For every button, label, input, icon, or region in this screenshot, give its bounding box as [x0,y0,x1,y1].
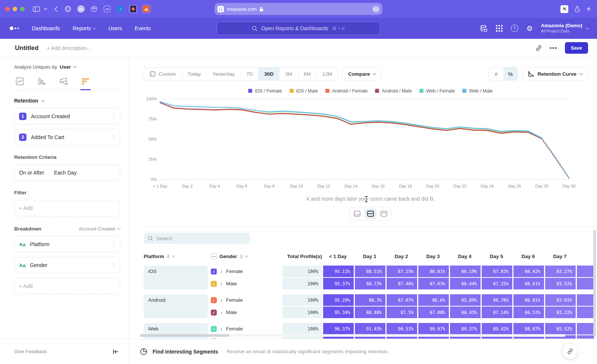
new-tab-icon[interactable]: + [586,5,591,13]
split-view-toggle[interactable] [365,208,376,219]
day-column-header[interactable]: Day 7 [544,254,576,259]
horizontal-scrollbar[interactable] [140,334,565,337]
retention-criteria-select[interactable]: On or After Each Day [14,164,120,181]
kebab-menu-icon[interactable]: ⋮ [111,115,115,118]
expand-chevron-icon[interactable]: › [221,269,222,274]
table-search-input[interactable]: Search [144,233,250,244]
url-more-icon[interactable]: ••• [372,6,379,13]
kebab-menu-icon[interactable]: ⋮ [111,243,115,246]
range-6m[interactable]: 6M [298,68,316,80]
day-column-header[interactable]: Day 4 [449,254,481,259]
legend-item[interactable]: iOS / Female [248,88,282,94]
expand-chevron-icon[interactable]: › [221,326,222,332]
percent-toggle[interactable]: % [503,68,518,80]
table-only-view-toggle[interactable] [378,208,390,219]
legend-item[interactable]: Web / Male [462,88,493,94]
give-feedback-link[interactable]: Give Feedback [14,349,47,354]
close-window-button[interactable] [5,7,10,11]
legend-item[interactable]: Web / Female [419,88,455,94]
day-column-header[interactable]: < 1 Day [322,254,354,259]
day-column-header[interactable]: Day 6 [512,254,544,259]
segment-checkbox[interactable]: ✓ [211,269,217,274]
apps-grid-icon[interactable] [496,25,503,32]
chart-only-view-toggle[interactable] [351,208,363,219]
day-column-header[interactable]: Day 5 [481,254,512,259]
minimize-window-button[interactable] [13,7,17,11]
password-extension-icon[interactable] [129,4,138,13]
range-12m[interactable]: 12M [316,68,338,80]
nav-link-dashboards[interactable]: Dashboards [32,25,60,31]
range-3m[interactable]: 3M [279,68,298,80]
more-options-icon[interactable]: ••• [550,44,557,52]
range-custom[interactable]: Custom [144,68,182,80]
day-column-header[interactable]: Day 3 [417,254,449,259]
breakdown-scope-select[interactable]: Account Created [79,226,120,232]
zoom-window-button[interactable] [20,7,25,11]
globe-extension-icon[interactable]: ◔ [116,4,125,13]
segment-checkbox[interactable]: ✓ [211,310,217,316]
indeterminate-checkbox[interactable]: — [211,253,217,259]
tab-funnels[interactable] [37,77,46,85]
range-30d[interactable]: 30D [258,68,279,80]
retention-step-1[interactable]: 1 Account Created ⋮ [14,108,120,125]
project-switcher[interactable]: Amazonia {Demo} All Project Data [541,23,589,34]
chart-type-select[interactable]: Retention Curve [522,67,588,81]
tab-flows[interactable] [59,77,68,85]
mixpanel-logo[interactable] [10,26,19,30]
range-7d[interactable]: 7D [240,68,258,80]
legend-item[interactable]: Android / Male [375,88,412,94]
criteria-value[interactable]: Each Day [54,170,77,176]
global-search[interactable]: Open Reports & Dashboards ⌘ + K [217,22,380,35]
absolute-numbers-toggle[interactable]: # [489,68,503,80]
sidebar-toggle-icon[interactable] [33,6,40,12]
total-profiles-column-header[interactable]: Total Profile(s) [282,254,322,259]
segment-checkbox[interactable]: ✓ [211,281,217,287]
legend-item[interactable]: Android / Female [325,88,368,94]
kebab-menu-icon[interactable]: ⋮ [111,264,115,267]
cube-extension-icon[interactable] [90,4,99,13]
target-extension-icon[interactable] [63,4,72,13]
retention-step-2[interactable]: 2 Added To Cart ⋮ [14,129,120,145]
gender-column-header[interactable]: — Gender3 [211,253,282,259]
expand-chevron-icon[interactable]: › [221,298,222,303]
vertical-scrollbar[interactable] [593,230,596,336]
js-extension-icon[interactable]: JS [103,4,112,13]
segment-checkbox[interactable]: ✓ [211,326,217,332]
soundcloud-extension-icon[interactable] [142,4,151,13]
avatar-extension-icon[interactable]: m [76,4,85,13]
day-column-header[interactable]: Day 2 [385,254,417,259]
retention-section-title[interactable]: Retention [14,98,38,104]
help-icon[interactable]: ? [511,25,518,32]
range-today[interactable]: Today [182,68,207,80]
range-yesterday[interactable]: Yesterday [207,68,241,80]
save-button[interactable]: Save [565,42,588,54]
nav-link-reports[interactable]: Reports [73,25,96,31]
breakdown-platform[interactable]: Aa Platform ⋮ [14,236,120,252]
analyze-entity-select[interactable]: User [60,64,71,70]
segment-checkbox[interactable]: ✓ [211,297,217,303]
platform-column-header[interactable]: Platform4 [144,254,211,259]
kebab-menu-icon[interactable]: ⋮ [111,136,115,139]
expand-chevron-icon[interactable]: › [221,310,222,315]
report-title[interactable]: Untitled [15,44,38,52]
chevron-down-icon[interactable] [44,8,47,10]
share-icon[interactable] [574,6,580,12]
settings-gear-icon[interactable]: ⚙ [526,25,533,32]
criteria-condition[interactable]: On or After [19,170,44,176]
breakdown-gender[interactable]: Aa Gender ⋮ [14,257,120,273]
url-bar[interactable]: mixpanel.com ••• [215,3,382,15]
filter-add-button[interactable]: + Add [14,200,120,216]
tab-retention[interactable] [81,77,90,85]
share-link-floating-button[interactable] [563,344,578,359]
day-column-header[interactable]: Day 1 [354,254,385,259]
add-description[interactable]: + Add description... [47,45,91,51]
nav-link-users[interactable]: Users [109,25,122,31]
legend-item[interactable]: iOS / Male [290,88,318,94]
tab-insights[interactable] [16,77,24,85]
back-icon[interactable] [54,6,57,12]
collapse-sidebar-icon[interactable] [113,349,119,354]
nav-link-events[interactable]: Events [135,25,151,31]
expand-chevron-icon[interactable]: › [221,281,222,286]
breakdown-add-button[interactable]: + Add [14,278,120,294]
find-interesting-segments[interactable]: Find Interesting Segments Receive an ema… [129,348,389,355]
